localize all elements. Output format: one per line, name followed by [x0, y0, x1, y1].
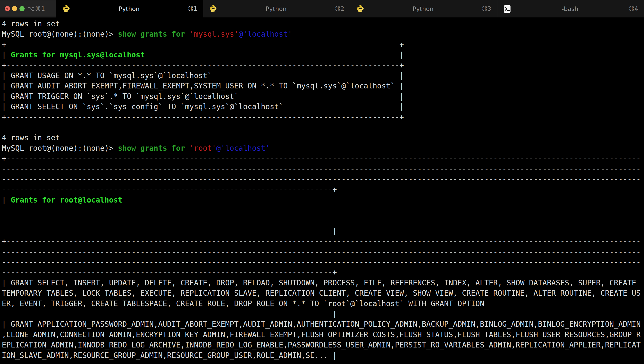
terminal-line: | — [2, 226, 644, 236]
tab-shortcut-label: ⌘2 — [335, 5, 344, 12]
new-tab-button[interactable]: + — [632, 0, 642, 18]
terminal-line: | GRANT USAGE ON *.* TO `mysql.sys`@`loc… — [2, 70, 644, 81]
tab-shortcut-label: ⌘3 — [482, 5, 491, 12]
terminal-screen[interactable]: 4 rows in setMySQL root@(none):(none)> s… — [0, 18, 644, 364]
terminal-line: | GRANT SELECT, INSERT, UPDATE, DELETE, … — [2, 278, 644, 288]
terminal-icon — [503, 4, 511, 13]
python-icon — [209, 4, 217, 13]
terminal-line: ----------------------------------------… — [2, 257, 644, 267]
tab-4-bash[interactable]: -bash ⌘4 — [497, 0, 644, 18]
terminal-line: ----------------------------------------… — [2, 174, 644, 184]
terminal-line: ----------------------------------------… — [2, 184, 644, 195]
tab-2-python[interactable]: Python ⌘2 — [203, 0, 350, 18]
python-icon — [356, 4, 364, 13]
terminal-line: +---------------------------------------… — [2, 154, 644, 164]
terminal-line: ----------------------------------------… — [2, 247, 644, 257]
python-icon — [62, 4, 70, 13]
terminal-line: | GRANT SELECT ON `sys`.`sys_config` TO … — [2, 102, 644, 112]
terminal-line — [2, 216, 644, 226]
tab-title: Python — [364, 5, 482, 12]
terminal-line: TEMPORARY TABLES, LOCK TABLES, EXECUTE, … — [2, 288, 644, 298]
terminal-line: MySQL root@(none):(none)> show grants fo… — [2, 29, 644, 39]
terminal-line: | Grants for mysql.sys@localhost | — [2, 50, 644, 60]
tab-1-python[interactable]: Python ⌘1 — [56, 0, 203, 18]
terminal-line: ION_SLAVE_ADMIN,RESOURCE_GROUP_ADMIN,RES… — [2, 350, 644, 361]
terminal-line: ----------------------------------------… — [2, 267, 644, 278]
terminal-line — [2, 122, 644, 133]
terminal-line: | GRANT APPLICATION_PASSWORD_ADMIN,AUDIT… — [2, 319, 644, 330]
tab-title: Python — [217, 5, 335, 12]
terminal-line: 4 rows in set — [2, 133, 644, 143]
terminal-line: | GRANT TRIGGER ON `sys`.* TO `mysql.sys… — [2, 91, 644, 102]
terminal-line: EPLICATION_ADMIN,INNODB_REDO_LOG_ARCHIVE… — [2, 340, 644, 350]
tab-3-python[interactable]: Python ⌘3 — [350, 0, 497, 18]
terminal-line — [2, 205, 644, 216]
tab-title: Python — [70, 5, 188, 12]
terminal-line: | Grants for root@localhost — [2, 195, 644, 205]
tab-bar: ⌥⌘1 Python ⌘1 Python ⌘2 Python ⌘3 -bash … — [0, 0, 644, 18]
terminal-line: ER, EVENT, TRIGGER, CREATE TABLESPACE, C… — [2, 298, 644, 309]
terminal-line: +---------------------------------------… — [2, 60, 644, 70]
terminal-line: ----------------------------------------… — [2, 164, 644, 174]
terminal-line: +---------------------------------------… — [2, 40, 644, 50]
close-button[interactable] — [5, 6, 10, 11]
traffic-lights — [5, 6, 25, 11]
terminal-line: | — [2, 309, 644, 319]
tab-strip: Python ⌘1 Python ⌘2 Python ⌘3 -bash ⌘4 — [56, 0, 644, 18]
terminal-line: 4 rows in set — [2, 19, 644, 29]
tab-shortcut-label: ⌘1 — [188, 5, 197, 12]
terminal-line: +---------------------------------------… — [2, 112, 644, 122]
terminal-line: MySQL root@(none):(none)> show grants fo… — [2, 143, 644, 154]
window-shortcut-label: ⌥⌘1 — [28, 5, 45, 12]
minimize-button[interactable] — [12, 6, 17, 11]
terminal-line: +---------------------------------------… — [2, 236, 644, 246]
terminal-line: ,CLONE_ADMIN,CONNECTION_ADMIN,ENCRYPTION… — [2, 330, 644, 340]
tab-title: -bash — [511, 5, 629, 12]
terminal-line: | GRANT AUDIT_ABORT_EXEMPT,FIREWALL_EXEM… — [2, 81, 644, 91]
zoom-button[interactable] — [20, 6, 25, 11]
window-controls: ⌥⌘1 — [0, 0, 56, 18]
